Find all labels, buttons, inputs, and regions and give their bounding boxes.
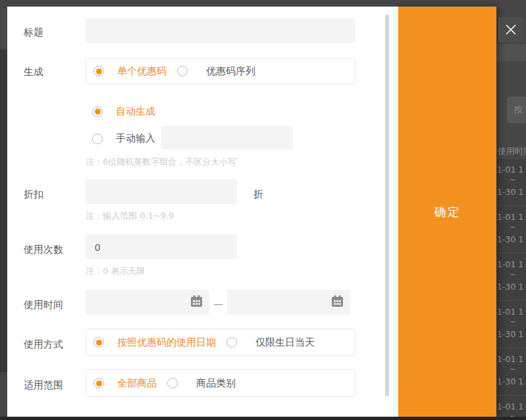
confirm-button[interactable]: 确定 <box>398 204 496 220</box>
scope-option-group: 全部商品 商品类别 <box>86 369 355 397</box>
row-range-tilde: ~ <box>510 365 515 374</box>
row-range-tilde: ~ <box>510 223 515 232</box>
row-end-date: 1-30 1 <box>497 187 523 197</box>
confirm-panel[interactable]: 确定 <box>398 7 496 417</box>
row-end-date: 1-30 1 <box>497 377 523 386</box>
row-start-date: 1-01 1 <box>497 212 523 222</box>
calendar-icon <box>330 294 344 311</box>
row-end-date: 1-30 1 <box>497 234 523 244</box>
all-products-label[interactable]: 全部商品 <box>117 377 157 390</box>
manual-input-label[interactable]: 手动输入 <box>116 132 155 145</box>
table-row: 1-01 1 ~ 1-30 1 <box>496 300 526 348</box>
generate-label: 生成 <box>24 66 43 78</box>
screen: 按 使用时间 1-01 1 ~ 1-30 1 1-01 1 ~ 1-30 1 1… <box>0 0 526 420</box>
radio-code-series[interactable] <box>177 66 188 76</box>
modal-scrollbar-thumb[interactable] <box>385 14 389 396</box>
title-label: 标题 <box>24 26 43 39</box>
radio-birthday-only[interactable] <box>226 337 237 348</box>
background-filter-button: 按 <box>507 97 526 123</box>
row-start-date: 1-01 1 <box>497 259 523 269</box>
table-row: 1-01 1 ~ 1-30 1 <box>496 253 526 300</box>
row-end-date: 1-30 1 <box>497 282 523 292</box>
product-category-label[interactable]: 商品类别 <box>196 377 236 390</box>
manual-input-option: 手动输入 <box>92 132 155 145</box>
row-range-tilde: ~ <box>510 318 515 327</box>
close-button[interactable] <box>498 17 523 42</box>
discount-input[interactable] <box>86 179 237 204</box>
background-page-strip: 按 使用时间 1-01 1 ~ 1-30 1 1-01 1 ~ 1-30 1 1… <box>496 0 526 420</box>
overlay-band-bottom <box>0 417 526 420</box>
discount-unit: 折 <box>253 188 263 201</box>
row-start-date: 1-01 1 <box>497 402 523 411</box>
overlay-band-top <box>0 0 526 7</box>
single-code-option-label[interactable]: 单个优惠码 <box>117 65 167 78</box>
birthday-only-label[interactable]: 仅限生日当天 <box>255 336 315 349</box>
row-start-date: 1-01 1 <box>497 354 523 364</box>
radio-by-coupon-date[interactable] <box>93 337 104 348</box>
scope-label: 适用范围 <box>24 379 63 392</box>
auto-generate-option: 自动生成 <box>92 105 155 118</box>
radio-product-category[interactable] <box>167 378 178 388</box>
close-icon <box>504 23 517 36</box>
radio-single-code[interactable] <box>93 66 104 76</box>
row-end-date: 1-30 1 <box>497 329 523 339</box>
row-range-tilde: ~ <box>510 271 515 279</box>
radio-all-products[interactable] <box>93 378 104 388</box>
radio-manual-input[interactable] <box>92 134 103 144</box>
usage-method-option-group: 按照优惠码的使用日期 仅限生日当天 <box>86 328 355 356</box>
generate-option-group: 单个优惠码 优惠码序列 <box>86 58 355 84</box>
radio-auto-generate[interactable] <box>92 107 103 117</box>
row-range-tilde: ~ <box>510 176 515 184</box>
background-panel-edge <box>496 44 526 61</box>
code-series-option-label[interactable]: 优惠码序列 <box>206 65 255 78</box>
usage-count-label: 使用次数 <box>24 244 63 256</box>
row-start-date: 1-01 1 <box>497 165 523 174</box>
overlay-left-light-segment <box>0 7 7 49</box>
discount-note: 注：输入范围 0.1~9.9 <box>86 210 174 222</box>
by-coupon-date-label[interactable]: 按照优惠码的使用日期 <box>117 336 216 349</box>
end-date-picker[interactable] <box>227 290 350 315</box>
coupon-dialog: 标题 生成 单个优惠码 优惠码序列 自动生成 手动输入 注：6位随机英数字组合，… <box>7 7 398 417</box>
usage-time-label: 使用时间 <box>24 299 63 311</box>
background-table-header: 使用时间 <box>498 145 526 157</box>
start-date-picker[interactable] <box>86 290 209 315</box>
table-row: 1-01 1 ~ 1-30 1 <box>496 205 526 253</box>
table-row: 1-01 1 ~ 1-30 1 <box>496 348 526 395</box>
usage-count-input[interactable] <box>86 234 237 259</box>
date-range-separator: — <box>213 298 223 310</box>
auto-generate-label[interactable]: 自动生成 <box>116 105 155 118</box>
discount-label: 折扣 <box>24 188 43 201</box>
overlay-left-bottom-segment <box>0 372 7 420</box>
usage-count-note: 注：0 表示无限 <box>86 265 145 277</box>
title-input[interactable] <box>86 18 355 43</box>
usage-method-label: 使用方式 <box>24 338 63 351</box>
row-start-date: 1-01 1 <box>497 307 523 317</box>
code-note: 注：6位随机英数字组合，不区分大小写 <box>86 156 236 168</box>
background-table: 1-01 1 ~ 1-30 1 1-01 1 ~ 1-30 1 1-01 1 ~… <box>496 158 526 420</box>
overlay-strip-left <box>0 7 7 420</box>
table-row: 1-01 1 ~ 1-30 1 <box>496 158 526 205</box>
calendar-icon <box>190 294 203 311</box>
manual-code-input[interactable] <box>161 126 293 149</box>
